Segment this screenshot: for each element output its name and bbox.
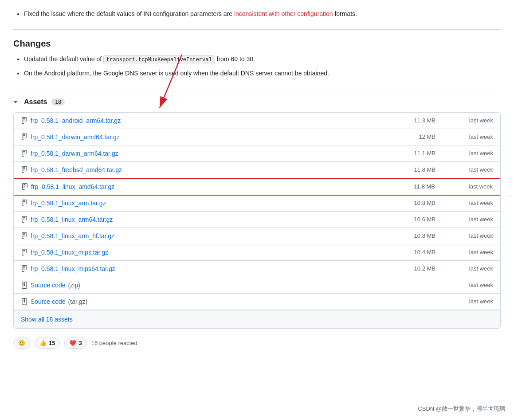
asset-link[interactable]: frp_0.58.1_linux_arm_hf.tar.gz (21, 232, 391, 239)
asset-time: last week (453, 200, 493, 206)
show-all-link[interactable]: Show all 18 assets (21, 316, 73, 323)
smiley-button[interactable]: 🙂 (13, 338, 30, 349)
reactions-text: 16 people reacted (91, 340, 137, 346)
changes-item-2-text: On the Android platform, the Google DNS … (24, 70, 329, 77)
archive-icon (21, 216, 28, 223)
changes-section: Changes Updated the default value of tra… (13, 39, 501, 78)
asset-link[interactable]: frp_0.58.1_darwin_arm64.tar.gz (21, 150, 391, 157)
asset-time: last week (453, 249, 493, 255)
asset-filename: frp_0.58.1_darwin_arm64.tar.gz (31, 150, 118, 157)
asset-row[interactable]: frp_0.58.1_linux_arm_hf.tar.gz 10.8 MB l… (14, 228, 500, 244)
assets-count-badge: 18 (51, 98, 64, 106)
bugfix-highlight: inconsistent with other configuration (234, 10, 333, 17)
asset-size: 11.3 MB (391, 117, 436, 124)
code-snippet: transport.tcpMuxKeepaliveInterval (103, 55, 215, 64)
asset-row[interactable]: frp_0.58.1_darwin_amd64.tar.gz 12 MB las… (14, 129, 500, 145)
show-all-row: Show all 18 assets (14, 310, 500, 328)
heart-count: 3 (78, 340, 82, 346)
archive-icon (21, 249, 28, 256)
thumbsup-count: 15 (49, 340, 55, 346)
asset-filename: frp_0.58.1_linux_arm.tar.gz (31, 200, 106, 207)
changes-item-2: On the Android platform, the Google DNS … (24, 68, 501, 78)
bugfix-section: Fixed the issue where the default values… (13, 9, 501, 19)
asset-size: 10.8 MB (391, 232, 436, 239)
source-code-label: Source code (31, 282, 66, 289)
asset-filename: frp_0.58.1_linux_arm64.tar.gz (31, 216, 113, 223)
asset-time: last week (453, 117, 493, 124)
archive-icon (21, 265, 28, 272)
asset-row[interactable]: frp_0.58.1_linux_arm.tar.gz 10.8 MB last… (14, 195, 500, 212)
source-code-label-2: Source code (31, 298, 66, 305)
asset-link[interactable]: frp_0.58.1_linux_mips.tar.gz (21, 249, 391, 256)
asset-link[interactable]: frp_0.58.1_linux_arm.tar.gz (21, 200, 391, 207)
section-divider-2 (13, 89, 501, 89)
asset-link[interactable]: frp_0.58.1_linux_mips64.tar.gz (21, 265, 391, 272)
asset-time: last week (453, 150, 493, 157)
asset-row[interactable]: frp_0.58.1_android_arm64.tar.gz 11.3 MB … (14, 113, 500, 129)
asset-row[interactable]: frp_0.58.1_freebsd_amd64.tar.gz 11.8 MB … (14, 162, 500, 178)
assets-header: Assets 18 (13, 98, 501, 106)
asset-filename: frp_0.58.1_android_arm64.tar.gz (31, 117, 121, 124)
asset-time: last week (453, 282, 493, 288)
bugfix-text-prefix: Fixed the issue where the default values… (24, 10, 234, 17)
asset-size: 10.6 MB (391, 216, 436, 223)
zip-file-icon (21, 282, 28, 289)
asset-size: 10.8 MB (391, 200, 436, 206)
assets-section: Assets 18 (13, 98, 501, 329)
asset-size: 11.8 MB (391, 166, 436, 173)
asset-time: last week (453, 298, 493, 305)
asset-time: last week (453, 166, 493, 173)
changes-title: Changes (13, 39, 501, 49)
asset-link-source-zip[interactable]: Source code (zip) (21, 282, 391, 289)
asset-filename: frp_0.58.1_darwin_amd64.tar.gz (31, 133, 120, 141)
asset-row[interactable]: frp_0.58.1_darwin_arm64.tar.gz 11.1 MB l… (14, 145, 500, 162)
assets-table-wrapper: frp_0.58.1_android_arm64.tar.gz 11.3 MB … (13, 112, 501, 329)
assets-table: frp_0.58.1_android_arm64.tar.gz 11.3 MB … (13, 112, 501, 329)
asset-time: last week (453, 265, 493, 272)
asset-size: 10.4 MB (391, 249, 436, 255)
asset-row-source-zip[interactable]: Source code (zip) last week (14, 277, 500, 294)
asset-row[interactable]: frp_0.58.1_linux_mips64.tar.gz 10.2 MB l… (14, 261, 500, 277)
asset-time: last week (453, 183, 493, 190)
asset-size: 11.1 MB (391, 150, 436, 157)
archive-icon (21, 200, 28, 207)
asset-row-highlighted[interactable]: frp_0.58.1_linux_amd64.tar.gz 11.8 MB la… (13, 178, 501, 196)
archive-icon (21, 232, 28, 239)
targz-file-icon (21, 298, 28, 305)
archive-icon (21, 150, 28, 157)
bugfix-item: Fixed the issue where the default values… (24, 9, 501, 19)
source-code-targz-suffix: (tar.gz) (68, 298, 88, 305)
changes-item-1-suffix: from 60 to 30. (215, 55, 255, 63)
asset-time: last week (453, 133, 493, 140)
archive-icon (21, 183, 28, 190)
asset-time: last week (453, 232, 493, 239)
assets-title: Assets (24, 98, 47, 106)
thumbsup-button[interactable]: 👍 15 (35, 338, 60, 349)
archive-icon (21, 117, 28, 124)
heart-button[interactable]: ❤️ 3 (64, 338, 86, 349)
changes-item-1-prefix: Updated the default value of (24, 55, 103, 63)
asset-link[interactable]: frp_0.58.1_freebsd_amd64.tar.gz (21, 166, 391, 173)
archive-icon (21, 133, 28, 141)
asset-filename: frp_0.58.1_linux_arm_hf.tar.gz (31, 232, 114, 239)
reactions-bar: 🙂 👍 15 ❤️ 3 16 people reacted (13, 338, 501, 353)
asset-row[interactable]: frp_0.58.1_linux_arm64.tar.gz 10.6 MB la… (14, 212, 500, 228)
asset-link[interactable]: frp_0.58.1_linux_arm64.tar.gz (21, 216, 391, 223)
asset-link-source-targz[interactable]: Source code (tar.gz) (21, 298, 391, 305)
section-divider (13, 29, 501, 30)
asset-link[interactable]: frp_0.58.1_android_arm64.tar.gz (21, 117, 391, 124)
asset-size: 12 MB (391, 133, 436, 140)
asset-filename: frp_0.58.1_freebsd_amd64.tar.gz (31, 166, 122, 173)
asset-filename-highlighted: frp_0.58.1_linux_amd64.tar.gz (31, 183, 114, 190)
asset-size: 11.8 MB (391, 183, 435, 190)
asset-size: 10.2 MB (391, 265, 436, 272)
asset-row-source-targz[interactable]: Source code (tar.gz) last week (14, 294, 500, 310)
collapse-triangle-icon[interactable] (13, 101, 18, 103)
source-code-zip-suffix: (zip) (68, 282, 80, 289)
asset-link-highlighted[interactable]: frp_0.58.1_linux_amd64.tar.gz (21, 183, 391, 190)
archive-icon (21, 166, 28, 173)
asset-link[interactable]: frp_0.58.1_darwin_amd64.tar.gz (21, 133, 391, 141)
heart-icon: ❤️ (69, 340, 76, 346)
smiley-icon: 🙂 (18, 340, 25, 346)
asset-row[interactable]: frp_0.58.1_linux_mips.tar.gz 10.4 MB las… (14, 244, 500, 261)
